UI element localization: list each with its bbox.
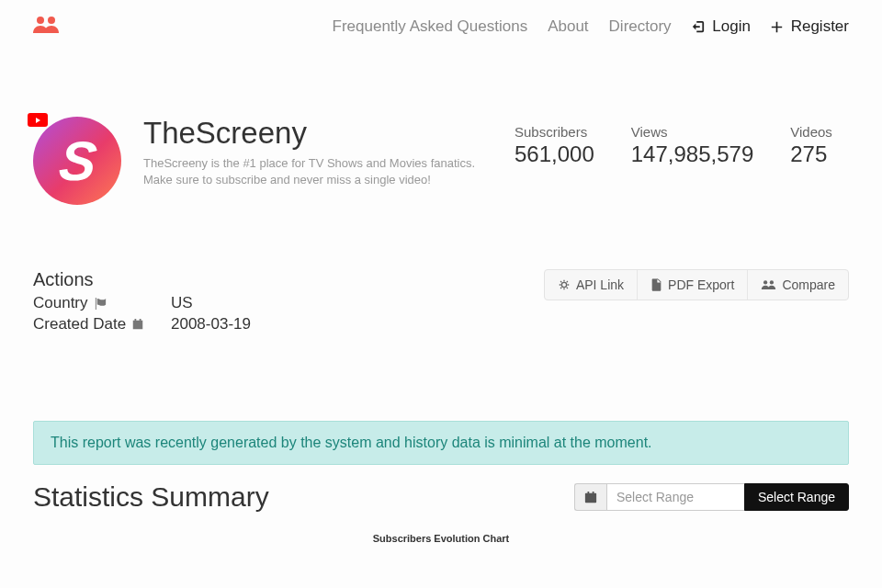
svg-point-2 [561, 282, 566, 287]
action-button-group: API Link PDF Export Compare [544, 269, 849, 300]
api-icon [558, 278, 571, 291]
plus-icon [771, 21, 783, 33]
country-value: US [171, 294, 193, 312]
svg-point-4 [770, 280, 774, 284]
created-date-value: 2008-03-19 [171, 315, 251, 334]
svg-point-3 [763, 280, 767, 284]
svg-point-0 [37, 17, 44, 24]
stat-subscribers-value: 561,000 [514, 141, 594, 167]
stat-views-value: 147,985,579 [631, 141, 753, 167]
chart-title: Subscribers Evolution Chart [33, 533, 849, 544]
login-label: Login [712, 17, 751, 35]
stat-views: Views 147,985,579 [631, 124, 753, 167]
stat-videos: Videos 275 [790, 124, 832, 167]
nav-register[interactable]: Register [771, 17, 849, 36]
compare-icon [761, 278, 776, 291]
youtube-badge-icon [28, 113, 48, 127]
pdf-export-button[interactable]: PDF Export [638, 270, 748, 300]
logo-icon [33, 15, 59, 38]
notice-banner: This report was recently generated by th… [33, 421, 849, 465]
avatar: S [33, 117, 121, 205]
select-range-button[interactable]: Select Range [744, 483, 849, 511]
nav-faq[interactable]: Frequently Asked Questions [333, 17, 528, 36]
stat-videos-label: Videos [790, 124, 832, 140]
pdf-icon [650, 278, 662, 291]
nav-about[interactable]: About [548, 17, 588, 36]
register-label: Register [791, 17, 849, 35]
stat-subscribers: Subscribers 561,000 [514, 124, 594, 167]
stat-videos-value: 275 [790, 141, 832, 167]
created-date-label: Created Date [33, 315, 126, 334]
range-input[interactable] [606, 483, 744, 511]
nav-login[interactable]: Login [692, 17, 751, 36]
login-icon [692, 20, 705, 33]
pdf-export-label: PDF Export [668, 277, 734, 292]
channel-tagline: TheScreeny is the #1 place for TV Shows … [143, 155, 483, 188]
country-label: Country [33, 294, 88, 312]
api-link-label: API Link [576, 277, 624, 292]
statistics-summary-heading: Statistics Summary [33, 481, 269, 513]
stat-subscribers-label: Subscribers [514, 124, 594, 140]
flag-icon [94, 297, 107, 311]
svg-point-1 [48, 17, 55, 24]
api-link-button[interactable]: API Link [545, 270, 638, 300]
compare-label: Compare [782, 277, 835, 292]
stat-views-label: Views [631, 124, 753, 140]
compare-button[interactable]: Compare [748, 270, 848, 300]
nav-directory[interactable]: Directory [609, 17, 672, 36]
actions-heading: Actions [33, 269, 251, 290]
calendar-icon [131, 318, 144, 331]
calendar-icon-button[interactable] [574, 483, 606, 511]
channel-name: TheScreeny [143, 117, 483, 150]
